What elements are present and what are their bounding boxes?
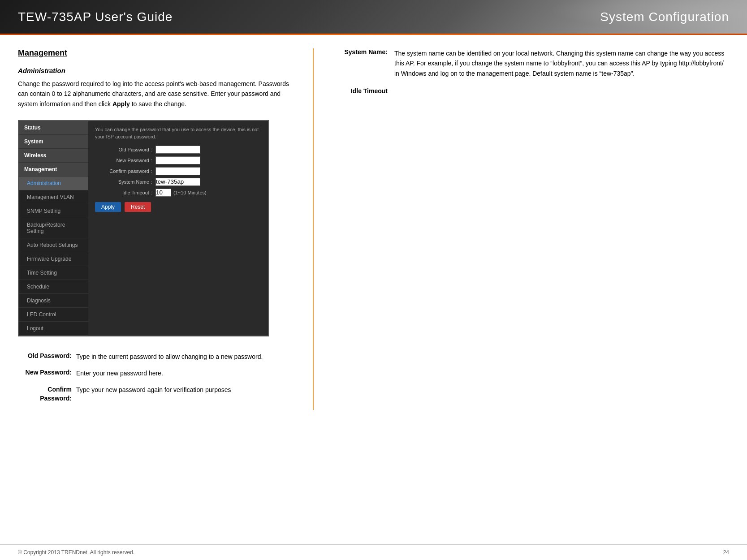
new-password-desc: New Password: Enter your new password he… — [18, 369, 295, 378]
sidebar-item-administration[interactable]: Administration — [19, 177, 88, 190]
idle-timeout-right-label: Idle Timeout — [336, 87, 394, 95]
system-name-right-label: System Name: — [336, 48, 394, 56]
sidebar-item-management-vlan[interactable]: Management VLAN — [19, 190, 88, 204]
old-password-label: Old Password : — [95, 147, 155, 152]
system-name-input[interactable] — [155, 178, 200, 186]
old-password-input[interactable] — [155, 146, 200, 154]
main-content: Management Administration Change the pas… — [0, 35, 747, 423]
management-heading: Management — [18, 48, 295, 58]
sidebar-item-snmp[interactable]: SNMP Setting — [19, 204, 88, 218]
intro-text: Change the password required to log into… — [18, 79, 295, 109]
intro-text-bold: Apply — [112, 100, 130, 108]
apply-button[interactable]: Apply — [95, 202, 121, 212]
reset-button[interactable]: Reset — [125, 202, 151, 212]
ui-form-panel: You can change the password that you use… — [88, 121, 268, 217]
confirm-password-desc: ConfirmPassword: Type your new password … — [18, 385, 295, 403]
ui-screenshot: Status System Wireless Management Admini… — [18, 120, 269, 336]
old-password-desc-text: Type in the current password to allow ch… — [76, 352, 295, 362]
old-password-desc: Old Password: Type in the current passwo… — [18, 352, 295, 362]
confirm-password-row: Confirm password : — [95, 167, 261, 175]
header-right-title: System Configuration — [600, 10, 729, 24]
new-password-desc-label: New Password: — [18, 369, 76, 376]
sidebar-item-wireless[interactable]: Wireless — [19, 149, 88, 163]
idle-timeout-row: Idle Timeout : (1~10 Minutes) — [95, 189, 261, 197]
idle-timeout-hint: (1~10 Minutes) — [173, 190, 207, 195]
footer: © Copyright 2013 TRENDnet. All rights re… — [0, 544, 747, 560]
copyright: © Copyright 2013 TRENDnet. All rights re… — [18, 549, 134, 556]
left-descriptions: Old Password: Type in the current passwo… — [18, 352, 295, 403]
idle-timeout-input[interactable] — [155, 189, 171, 197]
old-password-row: Old Password : — [95, 146, 261, 154]
header-left-title: TEW-735AP User's Guide — [18, 10, 173, 24]
confirm-password-label: Confirm password : — [95, 168, 155, 174]
right-column: System Name: The system name can be iden… — [314, 48, 729, 410]
sidebar-item-led[interactable]: LED Control — [19, 308, 88, 322]
confirm-password-desc-text: Type your new password again for verific… — [76, 385, 295, 395]
sidebar-item-schedule[interactable]: Schedule — [19, 280, 88, 294]
ui-buttons: Apply Reset — [95, 202, 261, 212]
page-number: 24 — [723, 549, 729, 556]
system-name-right-text: The system name can be identified on you… — [394, 48, 729, 78]
sidebar-item-system[interactable]: System — [19, 135, 88, 149]
sidebar-item-backup[interactable]: Backup/Restore Setting — [19, 218, 88, 238]
sidebar-item-firmware[interactable]: Firmware Upgrade — [19, 252, 88, 266]
confirm-password-input[interactable] — [155, 167, 200, 175]
old-password-desc-label: Old Password: — [18, 352, 76, 359]
sidebar-item-autoreboot[interactable]: Auto Reboot Settings — [19, 238, 88, 252]
ui-notice: You can change the password that you use… — [95, 126, 261, 140]
sidebar-item-diagnosis[interactable]: Diagnosis — [19, 294, 88, 308]
header: TEW-735AP User's Guide System Configurat… — [0, 0, 747, 34]
system-name-label: System Name : — [95, 179, 155, 185]
ui-sidebar: Status System Wireless Management Admini… — [19, 121, 88, 336]
sidebar-item-time[interactable]: Time Setting — [19, 266, 88, 280]
left-column: Management Administration Change the pas… — [18, 48, 314, 410]
sidebar-item-logout[interactable]: Logout — [19, 322, 88, 336]
admin-subheading: Administration — [18, 67, 295, 74]
idle-timeout-right-desc: Idle Timeout — [336, 87, 729, 95]
confirm-password-desc-label: ConfirmPassword: — [18, 385, 76, 403]
new-password-input[interactable] — [155, 156, 200, 164]
system-name-right-desc: System Name: The system name can be iden… — [336, 48, 729, 78]
new-password-label: New Password : — [95, 158, 155, 163]
intro-text-part2: to save the change. — [130, 100, 186, 108]
system-name-row: System Name : — [95, 178, 261, 186]
idle-timeout-label: Idle Timeout : — [95, 190, 155, 195]
sidebar-item-status[interactable]: Status — [19, 121, 88, 135]
sidebar-item-management[interactable]: Management — [19, 163, 88, 177]
new-password-row: New Password : — [95, 156, 261, 164]
new-password-desc-text: Enter your new password here. — [76, 369, 295, 378]
